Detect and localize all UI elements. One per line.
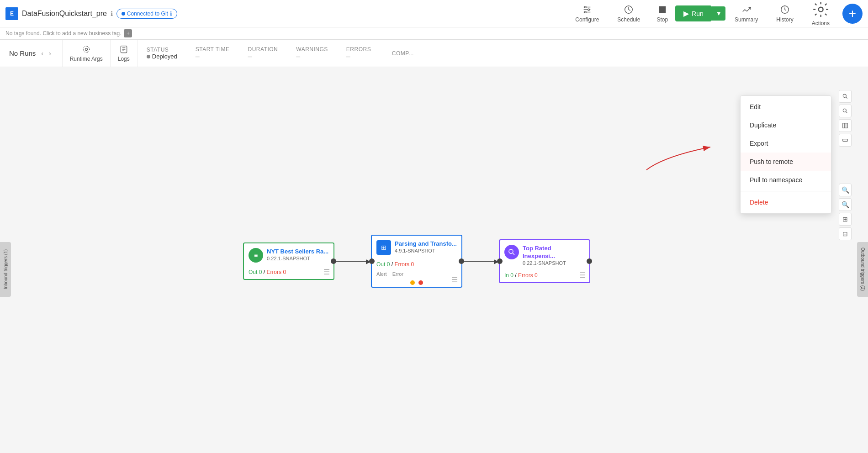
start-time-label: Start time	[196, 46, 230, 53]
node-source-menu[interactable]: ☰	[323, 268, 330, 276]
actions-gear-icon	[812, 0, 830, 18]
status-bar: No Runs ‹ › Runtime Args Logs Status Dep…	[0, 40, 868, 67]
search-canvas-icon[interactable]: 🔍	[839, 184, 852, 196]
stop-icon	[657, 5, 667, 15]
status-item-start-time: Start time –	[186, 42, 239, 64]
connector-2-3: ▶	[462, 258, 499, 265]
outbound-triggers[interactable]: Outbound triggers (2)	[857, 242, 868, 297]
side-icons: 🔍 🔍 ⊞ ⊟	[839, 184, 852, 240]
connector-1-2: ▶	[334, 258, 371, 265]
node-source-icon: ≡	[249, 248, 263, 263]
zoom-out-icon[interactable]: ⊟	[839, 227, 852, 240]
menu-separator	[741, 191, 831, 191]
tag-add-button[interactable]: +	[124, 29, 132, 37]
status-item-duration: Duration –	[239, 42, 287, 64]
actions-label: Actions	[812, 20, 830, 26]
menu-item-duplicate[interactable]: Duplicate	[741, 116, 831, 134]
run-button[interactable]: ▶ Run	[675, 5, 712, 21]
git-badge[interactable]: Connected to Git ℹ	[116, 9, 177, 19]
next-arrow[interactable]: ›	[47, 49, 53, 58]
runtime-args-button[interactable]: Runtime Args	[63, 40, 111, 67]
node-transform-errors: Errors 0	[394, 261, 414, 268]
menu-item-edit[interactable]: Edit	[741, 98, 831, 116]
error-dot	[418, 280, 423, 285]
no-runs-label: No Runs	[9, 49, 36, 57]
menu-item-pull-namespace[interactable]: Pull to namespace	[741, 171, 831, 189]
header-left: E DataFusionQuickstart_pre ℹ Connected t…	[5, 7, 566, 20]
git-badge-label: Connected to Git	[127, 11, 168, 17]
svg-point-19	[843, 94, 846, 97]
node-transform-out-port	[459, 258, 464, 264]
actions-button[interactable]: Actions	[803, 0, 839, 30]
runtime-args-icon	[82, 45, 91, 54]
canvas-fit-icon[interactable]	[839, 119, 852, 132]
pipeline-node-transform[interactable]: ⊞ Parsing and Transfo... 4.9.1-SNAPSHOT …	[371, 235, 462, 288]
node-transform-alerts: Alert Error	[372, 271, 461, 280]
node-source-header: ≡ NYT Best Sellers Ra... 0.22.1-SNAPSHOT	[244, 243, 333, 267]
run-dropdown-button[interactable]: ▼	[712, 6, 725, 21]
logs-button[interactable]: Logs	[111, 40, 138, 67]
history-button[interactable]: History	[767, 1, 802, 26]
configure-button[interactable]: Configure	[566, 1, 608, 26]
node-sink-header: Top Rated Inexpensi... 0.22.1-SNAPSHOT	[500, 240, 589, 270]
history-label: History	[776, 16, 793, 23]
node-transform-header: ⊞ Parsing and Transfo... 4.9.1-SNAPSHOT	[372, 236, 461, 259]
prev-arrow[interactable]: ‹	[39, 49, 45, 58]
alert-label: Alert	[376, 271, 387, 277]
errors-label: Errors	[346, 46, 371, 53]
zoom-in-icon[interactable]: 🔍	[839, 198, 852, 211]
svg-point-3	[585, 6, 587, 8]
alert-dot	[410, 280, 415, 285]
pipeline-node-source[interactable]: ≡ NYT Best Sellers Ra... 0.22.1-SNAPSHOT…	[243, 242, 334, 280]
node-sink-stats: In 0 / Errors 0	[500, 270, 589, 282]
status-label: Status	[147, 47, 169, 53]
node-source-version: 0.22.1-SNAPSHOT	[267, 256, 328, 261]
run-play-icon: ▶	[683, 9, 689, 18]
canvas-search-icon[interactable]	[839, 90, 852, 103]
node-sink-errors: Errors 0	[518, 272, 538, 279]
svg-point-21	[843, 109, 846, 112]
menu-item-export[interactable]: Export	[741, 134, 831, 153]
node-source-errors: Errors 0	[266, 269, 286, 275]
schedule-label: Schedule	[617, 16, 640, 23]
canvas-scroll-icon[interactable]	[839, 134, 852, 147]
menu-item-push-remote[interactable]: Push to remote	[741, 153, 831, 171]
add-icon: +	[849, 7, 856, 20]
svg-rect-23	[843, 123, 848, 128]
run-group: Stop ▶ Run ▼	[649, 1, 725, 26]
stop-button[interactable]: Stop	[649, 1, 675, 26]
svg-point-11	[83, 46, 89, 52]
node-sink-menu[interactable]: ☰	[579, 271, 586, 279]
git-info-icon: ℹ	[170, 11, 172, 17]
canvas-zoom-icon-2[interactable]	[839, 105, 852, 117]
schedule-icon	[624, 5, 634, 15]
warnings-value: –	[296, 53, 300, 61]
summary-button[interactable]: Summary	[725, 1, 767, 26]
node-transform-in-port	[369, 258, 375, 264]
status-deployed-text: Deployed	[152, 53, 177, 60]
fit-screen-icon[interactable]: ⊞	[839, 213, 852, 226]
header-nav: Configure Schedule Stop ▶ Run ▼	[566, 0, 863, 30]
run-dropdown-icon: ▼	[716, 10, 722, 17]
schedule-button[interactable]: Schedule	[608, 1, 649, 26]
menu-item-delete[interactable]: Delete	[741, 193, 831, 211]
configure-icon	[582, 5, 592, 15]
pipeline-node-sink[interactable]: Top Rated Inexpensi... 0.22.1-SNAPSHOT I…	[499, 239, 590, 283]
canvas: Inbound triggers (1) Outbound triggers (…	[0, 67, 868, 453]
push-remote-arrow-annotation	[619, 138, 738, 174]
start-time-value: –	[196, 53, 200, 61]
run-label: Run	[692, 10, 704, 17]
add-button[interactable]: +	[842, 4, 863, 24]
status-item-errors: Errors –	[337, 42, 383, 64]
pipeline-info-icon[interactable]: ℹ	[111, 10, 113, 17]
pipeline-area: ≡ NYT Best Sellers Ra... 0.22.1-SNAPSHOT…	[243, 235, 590, 288]
duration-value: –	[248, 53, 252, 61]
logs-label: Logs	[118, 56, 130, 62]
svg-rect-7	[659, 6, 666, 13]
no-runs-section: No Runs ‹ ›	[0, 40, 63, 67]
tag-add-icon: +	[127, 30, 130, 37]
nav-arrows: ‹ ›	[39, 49, 53, 58]
node-transform-menu[interactable]: ☰	[451, 275, 458, 284]
inbound-triggers[interactable]: Inbound triggers (1)	[0, 242, 11, 297]
app-logo: E	[5, 7, 18, 20]
